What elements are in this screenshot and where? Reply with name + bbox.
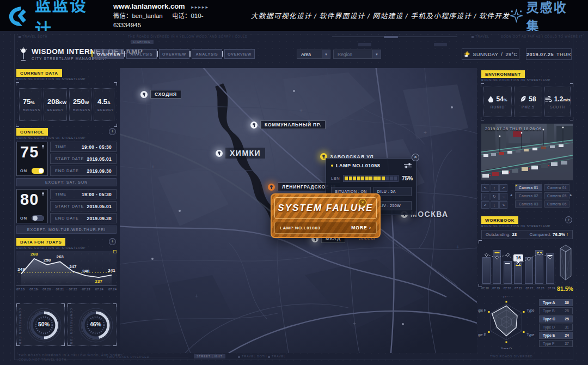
workbook-next-button[interactable]: › <box>565 216 572 223</box>
tab-overview-3[interactable]: OVERVIEW <box>224 49 255 59</box>
region-select[interactable]: Region ▼ <box>333 50 381 59</box>
outstanding-value: 23 <box>512 232 517 237</box>
svg-text:Type A: Type A <box>501 296 512 297</box>
tab-overview-1[interactable]: OVERVIEW <box>94 49 124 59</box>
deco-bottom-line <box>143 357 188 357</box>
dpad-button-1[interactable]: ↑ <box>491 184 499 192</box>
dpad-button-8[interactable]: ↘ <box>499 201 507 209</box>
trend-x-axis: 07.1807.1907.2007.2107.2207.2307.2407.24 <box>16 288 117 291</box>
dpad-button-3[interactable]: ← <box>481 193 489 200</box>
comparison-gauge-1: COMPARISON FOR 50% <box>16 303 65 346</box>
chevron-down-icon[interactable]: ▼ <box>322 50 330 58</box>
camera-dpad: ↖↑↗←↻→↙↓↘ <box>481 184 507 209</box>
trend-subtitle: RUNNING CONDITION OF STREETLAMP <box>16 246 85 250</box>
wind-icon <box>545 96 552 102</box>
deco-top-right2: TRAVEL <box>471 35 489 38</box>
dpad-button-4[interactable]: ↻ <box>491 193 499 200</box>
deco-top-left: TRAVEL BOTH <box>19 35 47 38</box>
weather-temp: 29°C <box>505 52 517 57</box>
status-dot <box>331 165 333 167</box>
weather-sep: / <box>501 52 503 57</box>
lbn-percent: 75% <box>402 175 413 181</box>
tab-tick <box>124 51 125 57</box>
gauge-side-label: COMPARISON FOR <box>19 308 22 345</box>
type-d-row[interactable]: Type D31 <box>539 324 573 331</box>
lamp-pin-icon <box>268 184 275 191</box>
type-e-row[interactable]: Type E24 <box>539 332 573 339</box>
dpad-button-0[interactable]: ↖ <box>481 184 489 192</box>
expand-trend-button[interactable]: + <box>109 238 116 245</box>
schedule-1-toggle[interactable] <box>32 168 44 174</box>
workbook-x-label: 07.18 <box>481 287 489 290</box>
type-a-row[interactable]: Type A36 <box>539 299 573 306</box>
lbn-segment <box>394 177 397 180</box>
dpad-button-2[interactable]: ↗ <box>499 184 507 192</box>
dpad-button-6[interactable]: ↙ <box>481 201 489 209</box>
up-arrow-icon: ↑ <box>566 232 568 237</box>
area-select[interactable]: Area ▼ <box>297 50 330 59</box>
water-drop-icon <box>488 95 494 102</box>
type-b-row[interactable]: Type B28 <box>539 307 573 314</box>
next-camera-arrow[interactable]: ▸ <box>570 193 572 197</box>
map-pin-khimki[interactable]: ХИМКИ <box>216 148 265 159</box>
add-schedule-button[interactable]: + <box>109 128 116 135</box>
type-c-row[interactable]: Type C25 <box>539 315 573 323</box>
lbn-segment <box>385 177 389 180</box>
collection-badge[interactable]: 灵感收集 <box>510 0 578 34</box>
camera-06-button[interactable]: Camera 06 <box>544 200 569 208</box>
trend-value-label: 258 <box>40 258 54 263</box>
schedule-2-end-row: END DATE2019.09.30 <box>50 213 117 223</box>
dpad-button-5[interactable]: → <box>499 193 507 200</box>
current-data-subtitle: RUNNING CONDITION OF STREETLAMP <box>16 77 85 81</box>
outstanding-label: Outstanding: <box>486 232 510 237</box>
deco-bottom-6: TWO ROADS DIVERGED <box>490 355 533 358</box>
sliders-icon[interactable] <box>404 163 412 168</box>
deco-mini-tag <box>358 43 371 46</box>
bar-tooltip: 16 <box>513 254 523 261</box>
leaf-icon <box>520 95 526 102</box>
camera-03-button[interactable]: Camera 03 <box>515 200 542 208</box>
weather-condition: SUNNDAY <box>473 52 499 57</box>
tab-analysis-1[interactable]: ANALYSIS <box>126 49 157 59</box>
close-icon[interactable]: ✕ <box>359 199 366 206</box>
more-button[interactable]: MORE › <box>351 225 371 230</box>
lbn-segment <box>361 177 364 180</box>
svg-text:Type F: Type F <box>478 308 486 313</box>
camera-04-button[interactable]: Camera 04 <box>544 184 569 191</box>
schedule-2-level-box: 80 ON <box>16 189 48 223</box>
deco-bottom-2: COULD NOT TRAVEL BOTH <box>19 358 66 361</box>
camera-feed[interactable]: 2019.07.25 THUR 18:26:09 <box>481 124 573 180</box>
schedule-2-except: EXCEPT: MON.TUE.WED.THUR.FRI <box>16 226 117 234</box>
stat-energy-kw: 208KW ENERGY <box>44 88 67 121</box>
environment-badge: ENVIRONMENT <box>481 70 525 78</box>
deco-bottom-4: TRAVEL BOTH <box>238 355 267 358</box>
type-f-row[interactable]: Type F37 <box>539 340 573 347</box>
schedule-2-toggle[interactable] <box>32 215 44 221</box>
camera-01-button[interactable]: Camera 01 <box>515 184 542 191</box>
chevron-down-icon[interactable]: ▼ <box>372 50 381 58</box>
collection-text: 灵感收集 <box>526 0 578 34</box>
dpad-button-7[interactable]: ↓ <box>491 201 499 209</box>
city-map[interactable]: +++ +++ СХОДНЯ КОММУНАЛЬНЫЙ ПР. ХИМКИ ЗА… <box>120 68 477 353</box>
workbook-x-label: 07.20 <box>504 287 511 290</box>
website-url[interactable]: www.lanlanwork.com <box>113 2 185 10</box>
camera-02-button[interactable]: Camera 02 <box>515 192 542 199</box>
svg-text:+: + <box>195 293 198 299</box>
map-pin-skhodnya[interactable]: СХОДНЯ <box>140 90 181 99</box>
svg-text:Type E: Type E <box>478 333 486 337</box>
lbn-segment <box>382 177 385 180</box>
lbn-segment <box>390 177 393 180</box>
tab-overview-2[interactable]: OVERVIEW <box>159 49 189 59</box>
camera-05-button[interactable]: Camera 05 <box>544 192 569 199</box>
streetlamp-icon <box>19 47 28 62</box>
workbook-badge: WORKBOOK <box>481 216 518 224</box>
tab-analysis-2[interactable]: ANALYSIS <box>192 49 222 59</box>
lamp-id: LAMP NO.L01058 <box>336 163 401 168</box>
compared-value: 76.5% <box>553 232 565 237</box>
map-pin-kommunalny[interactable]: КОММУНАЛЬНЫЙ ПР. <box>250 120 326 129</box>
sun-icon <box>464 51 470 57</box>
close-icon[interactable]: ✕ <box>412 154 419 161</box>
stat-energy-a: 4.5A ENERGY <box>94 88 114 121</box>
radar-chart: Type AType BType CType DType EType F <box>478 296 535 349</box>
prev-camera-arrow[interactable]: ◂ <box>510 193 512 197</box>
